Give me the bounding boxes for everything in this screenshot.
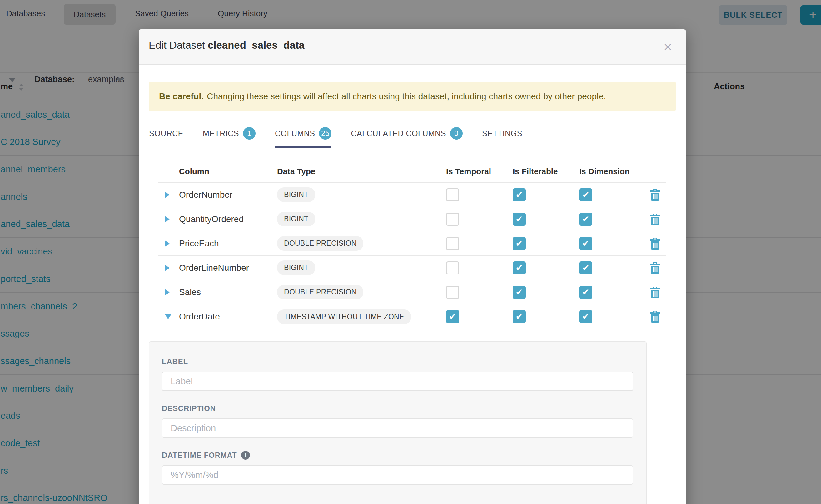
close-icon[interactable]: × [659, 37, 677, 56]
tab-label: SETTINGS [482, 129, 522, 138]
tab-columns[interactable]: COLUMNS25 [275, 127, 332, 148]
datetime-format-field-label: DATETIME FORMAT [162, 451, 237, 460]
expand-caret-icon[interactable] [158, 265, 179, 271]
column-name: OrderNumber [179, 190, 277, 200]
modal-header: Edit Dataset cleaned_sales_data × [139, 29, 686, 65]
header-column: Column [179, 167, 277, 176]
delete-icon[interactable] [644, 262, 666, 274]
column-row: OrderNumber BIGINT [158, 183, 666, 207]
column-name: OrderDate [179, 312, 277, 322]
tab-settings[interactable]: SETTINGS [482, 127, 522, 148]
expand-caret-icon[interactable] [158, 240, 179, 247]
label-field-group: LABEL [162, 357, 633, 391]
tab-label: CALCULATED COLUMNS [351, 129, 446, 138]
is-dimension-checkbox[interactable] [579, 237, 592, 250]
is-filterable-checkbox[interactable] [513, 188, 526, 201]
collapse-caret-icon[interactable] [158, 314, 179, 319]
column-detail-panel: LABEL DESCRIPTION DATETIME FORMAT i [149, 341, 647, 504]
tab-label: METRICS [203, 129, 239, 138]
column-row: Sales DOUBLE PRECISION [158, 280, 666, 304]
tab-calculated-columns[interactable]: CALCULATED COLUMNS0 [351, 127, 463, 148]
tab-label: SOURCE [149, 129, 183, 138]
is-temporal-checkbox[interactable] [446, 310, 459, 323]
data-type-pill: BIGINT [277, 260, 315, 275]
screen: Databases Datasets Saved Queries Query H… [0, 0, 821, 504]
column-row: OrderLineNumber BIGINT [158, 256, 666, 280]
data-type-pill: DOUBLE PRECISION [277, 285, 363, 299]
header-is-dimension: Is Dimension [579, 167, 644, 176]
delete-icon[interactable] [644, 286, 666, 299]
is-temporal-checkbox[interactable] [446, 213, 459, 226]
column-name: QuantityOrdered [179, 214, 277, 224]
tab-count-badge: 1 [243, 127, 255, 140]
is-temporal-checkbox[interactable] [446, 188, 459, 201]
datetime-format-field-group: DATETIME FORMAT i [162, 451, 633, 485]
is-filterable-checkbox[interactable] [513, 310, 526, 323]
is-filterable-checkbox[interactable] [513, 261, 526, 274]
is-temporal-checkbox[interactable] [446, 237, 459, 250]
expand-caret-icon[interactable] [158, 192, 179, 198]
header-is-temporal: Is Temporal [446, 167, 513, 176]
header-data-type: Data Type [277, 167, 446, 176]
column-row: PriceEach DOUBLE PRECISION [158, 231, 666, 256]
description-field-group: DESCRIPTION [162, 404, 633, 438]
is-filterable-checkbox[interactable] [513, 237, 526, 250]
delete-icon[interactable] [644, 310, 666, 323]
modal-title-dataset-name: cleaned_sales_data [208, 39, 304, 51]
modal-tabs: SOURCE METRICS1 COLUMNS25 CALCULATED COL… [149, 127, 676, 148]
warning-text: Changing these settings will affect all … [207, 91, 606, 101]
modal-title: Edit Dataset cleaned_sales_data [149, 39, 304, 51]
is-temporal-checkbox[interactable] [446, 261, 459, 274]
warning-bold: Be careful. [159, 91, 204, 101]
tab-count-badge: 25 [319, 127, 331, 140]
delete-icon[interactable] [644, 237, 666, 250]
is-dimension-checkbox[interactable] [579, 261, 592, 274]
is-temporal-checkbox[interactable] [446, 286, 459, 299]
expand-caret-icon[interactable] [158, 216, 179, 222]
column-name: PriceEach [179, 239, 277, 249]
tab-count-badge: 0 [450, 127, 463, 140]
tab-metrics[interactable]: METRICS1 [203, 127, 255, 148]
data-type-pill: TIMESTAMP WITHOUT TIME ZONE [277, 309, 411, 324]
column-name: Sales [179, 287, 277, 297]
data-type-pill: BIGINT [277, 187, 315, 202]
columns-table: Column Data Type Is Temporal Is Filterab… [158, 161, 666, 329]
edit-dataset-modal: Edit Dataset cleaned_sales_data × Be car… [139, 29, 686, 504]
info-icon[interactable]: i [241, 451, 250, 460]
column-row: OrderDate TIMESTAMP WITHOUT TIME ZONE [158, 304, 666, 329]
is-filterable-checkbox[interactable] [513, 286, 526, 299]
data-type-pill: DOUBLE PRECISION [277, 236, 363, 251]
is-dimension-checkbox[interactable] [579, 188, 592, 201]
tab-label: COLUMNS [275, 129, 315, 138]
tab-source[interactable]: SOURCE [149, 127, 183, 148]
modal-body: Be careful. Changing these settings will… [139, 82, 686, 504]
datetime-format-input[interactable] [162, 465, 633, 485]
delete-icon[interactable] [644, 213, 666, 225]
label-field-label: LABEL [162, 357, 633, 366]
description-field-label: DESCRIPTION [162, 404, 633, 413]
is-dimension-checkbox[interactable] [579, 213, 592, 226]
description-input[interactable] [162, 418, 633, 438]
header-is-filterable: Is Filterable [513, 167, 579, 176]
delete-icon[interactable] [644, 189, 666, 201]
columns-table-header: Column Data Type Is Temporal Is Filterab… [158, 161, 666, 183]
modal-title-prefix: Edit Dataset [149, 39, 205, 51]
is-dimension-checkbox[interactable] [579, 286, 592, 299]
column-row: QuantityOrdered BIGINT [158, 207, 666, 231]
is-dimension-checkbox[interactable] [579, 310, 592, 323]
is-filterable-checkbox[interactable] [513, 213, 526, 226]
column-name: OrderLineNumber [179, 263, 277, 273]
warning-banner: Be careful. Changing these settings will… [149, 82, 676, 111]
data-type-pill: BIGINT [277, 212, 315, 226]
expand-caret-icon[interactable] [158, 289, 179, 295]
label-input[interactable] [162, 372, 633, 391]
